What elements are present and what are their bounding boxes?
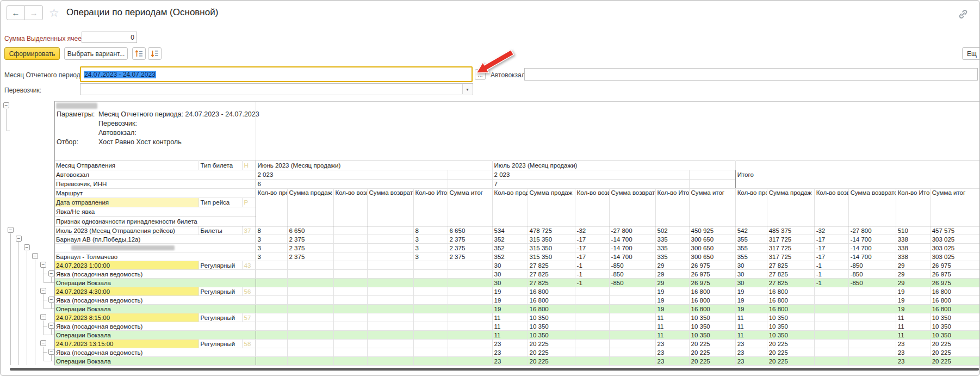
value-cell[interactable] [413,348,448,357]
value-cell[interactable] [367,235,413,244]
value-cell[interactable]: 29 [896,270,930,279]
value-cell[interactable] [256,313,287,322]
carrier-combobox[interactable]: ▼ [80,83,473,95]
group-label[interactable]: Барнаул АВ (пл.Победы,12а) [54,235,256,244]
value-cell[interactable] [814,348,848,357]
row-header[interactable]: Маршрут [54,189,256,198]
value-cell[interactable] [848,287,896,296]
type-cell[interactable]: Регулярный [199,340,242,348]
value-cell[interactable]: 20 225 [689,340,735,348]
collapse-expander[interactable]: − [48,270,54,276]
value-cell[interactable] [367,252,413,261]
value-cell[interactable] [448,279,492,287]
value-cell[interactable]: 29 [655,261,689,270]
group-value-rest[interactable] [689,170,735,180]
measure-header[interactable]: Кол-во возвратов [814,189,848,226]
hidden-tag[interactable]: 37 [242,226,256,235]
value-cell[interactable]: 10 350 [528,331,575,340]
value-cell[interactable] [333,270,367,279]
value-cell[interactable]: 20 225 [930,348,980,357]
back-button[interactable]: ← [7,5,25,20]
value-cell[interactable] [287,279,333,287]
value-cell[interactable]: -1 [814,279,848,287]
value-cell[interactable]: -1 [575,279,609,287]
value-cell[interactable]: 335 [655,235,689,244]
value-cell[interactable] [287,296,333,305]
value-cell[interactable]: -32 [575,226,609,235]
collapse-expander[interactable]: − [40,340,46,346]
value-cell[interactable] [333,261,367,270]
value-cell[interactable] [609,287,655,296]
value-cell[interactable]: -27 800 [609,226,655,235]
value-cell[interactable] [333,226,367,235]
value-cell[interactable]: -17 [814,252,848,261]
value-cell[interactable] [848,331,896,340]
value-cell[interactable] [814,322,848,331]
value-cell[interactable]: -14 700 [848,235,896,244]
value-cell[interactable] [333,244,367,252]
value-cell[interactable]: 19 [492,296,528,305]
measure-header[interactable]: Кол-во продаж [735,189,767,226]
measure-header[interactable]: Сумма итог [448,189,492,226]
value-cell[interactable] [609,357,655,366]
group-value-rest[interactable] [689,180,735,189]
value-cell[interactable]: 534 [492,226,528,235]
value-cell[interactable]: 10 350 [689,322,735,331]
value-cell[interactable]: 11 [735,322,767,331]
measure-header[interactable]: Сумма возвратов [609,189,655,226]
value-cell[interactable]: 11 [896,313,930,322]
value-cell[interactable] [333,322,367,331]
value-cell[interactable]: 10 350 [767,313,814,322]
group-value[interactable]: 2 023 [256,170,448,180]
value-cell[interactable] [848,313,896,322]
value-cell[interactable]: 10 350 [930,322,980,331]
value-cell[interactable] [256,296,287,305]
value-cell[interactable]: 16 800 [930,287,980,296]
value-cell[interactable]: 6 650 [448,226,492,235]
value-cell[interactable] [448,322,492,331]
value-cell[interactable] [814,287,848,296]
value-cell[interactable]: 23 [896,357,930,366]
value-cell[interactable] [367,261,413,270]
value-cell[interactable] [333,331,367,340]
type-cell[interactable]: Билеты [199,226,242,235]
value-cell[interactable] [413,305,448,313]
value-cell[interactable]: -1 [814,261,848,270]
value-cell[interactable]: 16 800 [689,305,735,313]
value-cell[interactable]: 11 [735,313,767,322]
value-cell[interactable] [333,313,367,322]
value-cell[interactable]: 26 975 [930,261,980,270]
value-cell[interactable] [413,331,448,340]
value-cell[interactable]: 27 825 [528,261,575,270]
value-cell[interactable]: 20 225 [767,340,814,348]
value-cell[interactable]: 20 225 [767,348,814,357]
value-cell[interactable]: 30 [735,270,767,279]
hidden-tag[interactable]: 43 [242,261,256,270]
value-cell[interactable] [256,357,287,366]
value-cell[interactable] [448,340,492,348]
value-cell[interactable] [448,287,492,296]
value-cell[interactable] [367,348,413,357]
value-cell[interactable]: 3 [413,235,448,244]
value-cell[interactable]: -14 700 [609,235,655,244]
collapse-expander[interactable]: − [32,253,38,259]
value-cell[interactable]: 10 350 [930,331,980,340]
value-cell[interactable]: 10 350 [689,331,735,340]
group-value[interactable]: 7 [492,180,689,189]
value-cell[interactable]: 3 [256,244,287,252]
value-cell[interactable] [256,261,287,270]
value-cell[interactable] [333,287,367,296]
measure-header[interactable]: Кол-во возвратов [575,189,609,226]
value-cell[interactable]: -27 800 [848,226,896,235]
row-header[interactable]: Явка/Не явка [54,207,256,217]
value-cell[interactable]: 352 [492,235,528,244]
collapse-expander[interactable]: − [40,288,46,294]
value-cell[interactable]: 11 [492,322,528,331]
value-cell[interactable]: 20 225 [930,340,980,348]
value-cell[interactable] [287,331,333,340]
value-cell[interactable]: 30 [492,270,528,279]
favorite-star-icon[interactable]: ☆ [49,7,59,19]
value-cell[interactable]: 29 [655,270,689,279]
measure-header[interactable]: Сумма итог [689,189,735,226]
value-cell[interactable]: -14 700 [609,244,655,252]
